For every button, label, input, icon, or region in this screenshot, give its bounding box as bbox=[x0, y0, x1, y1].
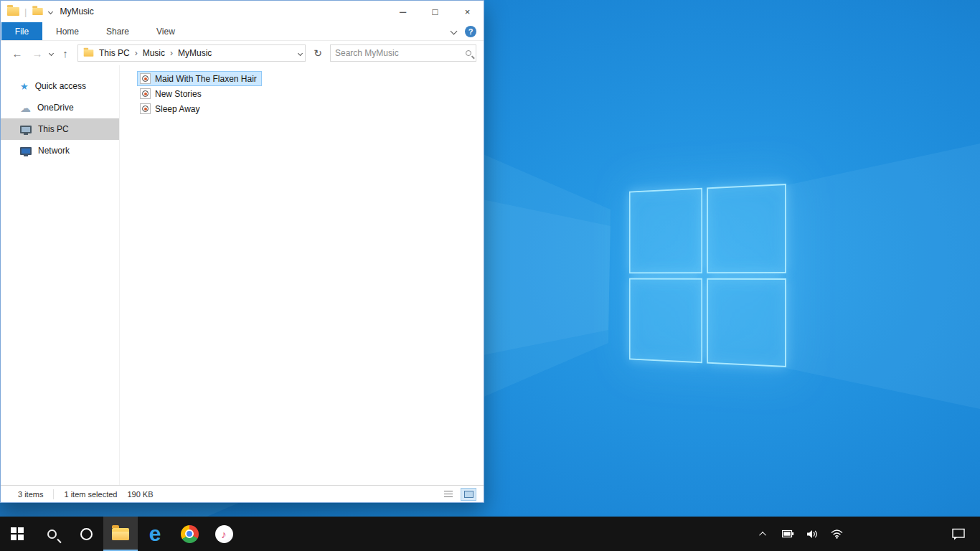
breadcrumb-separator: › bbox=[135, 48, 138, 58]
back-button[interactable]: ← bbox=[9, 47, 25, 60]
up-button[interactable]: ↑ bbox=[57, 47, 73, 60]
sidebar-item-onedrive[interactable]: ☁ OneDrive bbox=[1, 97, 119, 118]
ribbon-right-controls: ? bbox=[451, 22, 484, 40]
file-name: New Stories bbox=[155, 89, 202, 99]
ribbon-tabs: File Home Share View ? bbox=[1, 22, 484, 41]
volume-button[interactable] bbox=[804, 517, 821, 551]
breadcrumb-music[interactable]: Music bbox=[143, 48, 165, 58]
close-button[interactable]: × bbox=[451, 1, 484, 22]
taskbar-chrome-button[interactable] bbox=[172, 517, 207, 551]
battery-button[interactable] bbox=[779, 517, 796, 551]
minimize-button[interactable]: ─ bbox=[387, 1, 419, 22]
cortana-icon bbox=[80, 528, 93, 540]
taskbar: e ♪ bbox=[0, 517, 980, 551]
desktop[interactable]: | MyMusic ─ □ × File Home Share View ? ←… bbox=[0, 0, 980, 551]
taskbar-itunes-button[interactable]: ♪ bbox=[207, 517, 241, 551]
titlebar[interactable]: | MyMusic ─ □ × bbox=[1, 1, 484, 22]
qat-folder-icon[interactable] bbox=[33, 8, 43, 15]
music-file-icon bbox=[140, 73, 151, 84]
search-icon[interactable] bbox=[466, 50, 471, 56]
network-icon bbox=[20, 147, 32, 155]
breadcrumb: This PC › Music › MyMusic bbox=[99, 48, 212, 58]
this-pc-monitor-icon bbox=[20, 126, 32, 133]
system-tray bbox=[755, 517, 980, 551]
breadcrumb-separator: › bbox=[170, 48, 173, 58]
file-explorer-window: | MyMusic ─ □ × File Home Share View ? ←… bbox=[0, 0, 484, 503]
action-center-button[interactable] bbox=[944, 517, 973, 551]
breadcrumb-this-pc[interactable]: This PC bbox=[99, 48, 130, 58]
sidebar-item-label: Quick access bbox=[35, 81, 86, 91]
music-file-icon bbox=[140, 88, 151, 99]
explorer-window-icon bbox=[7, 7, 19, 16]
selection-status: 1 item selected bbox=[64, 490, 117, 499]
speaker-icon bbox=[806, 529, 819, 539]
search-input[interactable] bbox=[335, 48, 466, 58]
details-view-icon bbox=[444, 491, 453, 498]
search-box[interactable] bbox=[330, 44, 476, 62]
file-name: Sleep Away bbox=[155, 104, 200, 114]
cortana-button[interactable] bbox=[69, 517, 103, 551]
quick-access-star-icon: ★ bbox=[20, 82, 29, 91]
refresh-button[interactable]: ↻ bbox=[310, 47, 326, 59]
navigation-pane: ★ Quick access ☁ OneDrive This PC Networ… bbox=[1, 65, 120, 485]
sidebar-item-quick-access[interactable]: ★ Quick access bbox=[1, 75, 119, 97]
recent-locations-chevron-icon[interactable] bbox=[49, 50, 54, 55]
window-title: MyMusic bbox=[60, 6, 93, 17]
status-bar: 3 items 1 item selected 190 KB bbox=[1, 485, 484, 502]
taskbar-search-button[interactable] bbox=[34, 517, 69, 551]
quick-access-toolbar: | bbox=[1, 6, 52, 17]
music-file-icon bbox=[140, 103, 151, 114]
selection-size: 190 KB bbox=[127, 490, 153, 499]
disc-icon bbox=[142, 105, 149, 112]
file-item[interactable]: Sleep Away bbox=[137, 101, 205, 116]
explorer-body: ★ Quick access ☁ OneDrive This PC Networ… bbox=[1, 65, 484, 485]
sidebar-item-network[interactable]: Network bbox=[1, 140, 119, 161]
taskbar-edge-button[interactable]: e bbox=[138, 517, 172, 551]
disc-icon bbox=[142, 90, 149, 97]
file-item[interactable]: New Stories bbox=[137, 86, 207, 101]
start-button[interactable] bbox=[0, 517, 34, 551]
large-icons-view-button[interactable] bbox=[461, 488, 476, 501]
windows-logo-pane bbox=[629, 278, 702, 363]
address-bar-row: ← → ↑ This PC › Music › MyMusic ↻ bbox=[1, 41, 484, 65]
window-controls: ─ □ × bbox=[387, 1, 484, 22]
sidebar-item-label: Network bbox=[38, 146, 70, 156]
forward-button[interactable]: → bbox=[29, 47, 45, 60]
address-dropdown-chevron-icon[interactable] bbox=[298, 50, 303, 55]
wifi-icon bbox=[831, 529, 843, 539]
windows-logo-pane bbox=[707, 278, 786, 367]
items-count: 3 items bbox=[18, 490, 43, 499]
file-name: Maid With The Flaxen Hair bbox=[155, 74, 257, 84]
network-button[interactable] bbox=[828, 517, 845, 551]
tab-file[interactable]: File bbox=[1, 22, 42, 40]
qat-customize-chevron-icon[interactable] bbox=[48, 9, 53, 14]
breadcrumb-mymusic[interactable]: MyMusic bbox=[178, 48, 212, 58]
edge-icon: e bbox=[149, 523, 161, 545]
file-explorer-icon bbox=[112, 528, 129, 540]
chevron-up-icon bbox=[759, 531, 766, 538]
tab-view[interactable]: View bbox=[143, 22, 189, 40]
search-icon bbox=[47, 529, 57, 539]
file-list[interactable]: Maid With The Flaxen Hair New Stories Sl… bbox=[120, 65, 484, 485]
large-icons-view-icon bbox=[464, 491, 473, 498]
hidden-icons-button[interactable] bbox=[755, 517, 772, 551]
windows-logo-pane bbox=[629, 188, 702, 273]
tab-home[interactable]: Home bbox=[42, 22, 93, 40]
help-icon[interactable]: ? bbox=[465, 26, 476, 37]
file-item[interactable]: Maid With The Flaxen Hair bbox=[137, 71, 262, 86]
taskbar-file-explorer-button[interactable] bbox=[103, 517, 138, 551]
windows-start-icon bbox=[11, 527, 24, 540]
sidebar-item-this-pc[interactable]: This PC bbox=[1, 118, 119, 140]
details-view-button[interactable] bbox=[440, 488, 456, 501]
address-bar[interactable]: This PC › Music › MyMusic bbox=[77, 44, 306, 62]
chrome-icon bbox=[181, 525, 199, 543]
qat-separator: | bbox=[24, 6, 27, 17]
itunes-icon: ♪ bbox=[215, 525, 233, 543]
tab-share[interactable]: Share bbox=[93, 22, 143, 40]
view-toggles bbox=[440, 488, 476, 501]
windows-logo-wallpaper bbox=[629, 184, 786, 367]
sidebar-item-label: OneDrive bbox=[37, 103, 74, 113]
onedrive-cloud-icon: ☁ bbox=[20, 103, 31, 113]
expand-ribbon-chevron-icon[interactable] bbox=[451, 28, 458, 35]
maximize-button[interactable]: □ bbox=[419, 1, 451, 22]
